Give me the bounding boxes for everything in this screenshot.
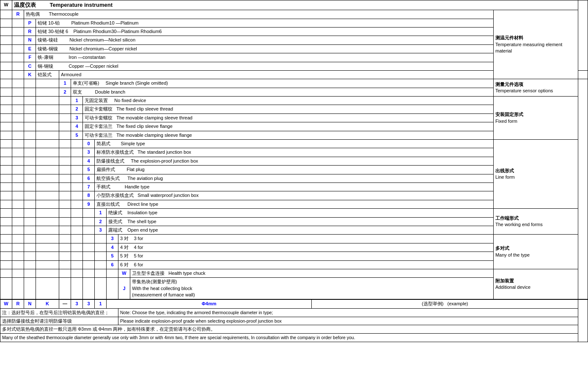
tc-row-n: 镍铬-镍硅 Nickel chromium—Nickel silicon bbox=[36, 36, 494, 44]
ex-dash: — bbox=[59, 299, 71, 308]
empty-cell bbox=[12, 53, 24, 62]
empty-cell bbox=[0, 140, 12, 148]
empty-cell bbox=[59, 217, 71, 226]
work-2: 2 bbox=[95, 217, 107, 226]
add-j: J bbox=[118, 278, 130, 300]
empty-cell bbox=[71, 278, 83, 300]
line-7: 7 bbox=[83, 183, 95, 191]
empty-cell bbox=[71, 269, 83, 277]
empty-cell bbox=[36, 191, 59, 200]
empty-cell bbox=[36, 166, 59, 174]
empty-cell bbox=[0, 27, 12, 36]
empty-cell bbox=[24, 260, 36, 269]
empty-cell bbox=[0, 36, 12, 44]
empty-cell bbox=[59, 278, 71, 300]
line-6: 6 bbox=[83, 174, 95, 182]
pair-6: 6 bbox=[107, 260, 118, 269]
empty-cell bbox=[59, 131, 71, 139]
tc-row-f: 铁-康铜 Iron —constantan bbox=[36, 53, 494, 62]
line-9: 9 bbox=[83, 200, 95, 208]
empty-cell bbox=[24, 166, 36, 174]
fixed-2: 2 bbox=[71, 105, 83, 113]
empty-cell bbox=[36, 235, 59, 243]
empty-cell bbox=[24, 278, 36, 300]
empty-cell bbox=[0, 252, 12, 260]
line-form-label: 出线形式 Line form bbox=[493, 140, 578, 209]
empty-cell bbox=[24, 235, 36, 243]
empty-cell bbox=[36, 209, 59, 217]
tc-code-p: P bbox=[24, 19, 36, 27]
empty-cell bbox=[107, 278, 118, 300]
empty-cell bbox=[0, 243, 12, 252]
empty-cell bbox=[95, 235, 107, 243]
work-3-label: 露端式 Open end type bbox=[107, 226, 494, 234]
pair-3-label: 3 对 3 for bbox=[118, 235, 494, 243]
tc-row-p: 铂铑 10-铂 Platinum Rhodium10 —Platinum bbox=[36, 19, 494, 27]
empty-cell bbox=[0, 70, 12, 79]
tc-code-e: E bbox=[24, 44, 36, 53]
fixed-4: 4 bbox=[71, 122, 83, 131]
fixed-2-label: 固定卡套螺纹 The fixed clip sleeve thread bbox=[83, 105, 494, 113]
empty-cell bbox=[0, 191, 12, 200]
empty-cell bbox=[12, 278, 24, 300]
pair-4: 4 bbox=[107, 243, 118, 252]
main-table: W 温度仪表 Temperature instrument R 热电偶 Ther… bbox=[0, 0, 588, 342]
pair-6-label: 6 对 6 for bbox=[118, 260, 494, 269]
empty-cell bbox=[71, 243, 83, 252]
empty-cell bbox=[0, 200, 12, 208]
tc-row-r: 铂铑 30-铂铑 6 Platinum Rhodium30—Platinum R… bbox=[36, 27, 494, 36]
empty-cell bbox=[36, 140, 59, 148]
notes-row-4: Many of the sheathed thermocouple diamet… bbox=[0, 333, 588, 342]
empty-cell bbox=[12, 148, 24, 157]
header-title: 温度仪表 Temperature instrument bbox=[12, 0, 578, 10]
empty-cell bbox=[36, 252, 59, 260]
empty-cell bbox=[12, 140, 24, 148]
empty-cell bbox=[12, 79, 24, 88]
pair-3: 3 bbox=[107, 235, 118, 243]
empty-cell bbox=[24, 113, 36, 122]
empty-cell bbox=[95, 243, 107, 252]
empty-cell bbox=[0, 44, 12, 53]
ex-1: 1 bbox=[95, 299, 107, 308]
line-0-label: 简易式 Simple type bbox=[95, 140, 494, 148]
empty-cell bbox=[59, 209, 71, 217]
line-3-label: 标准防水接线盒式 The standard junction box bbox=[95, 148, 494, 157]
empty-cell bbox=[36, 131, 59, 139]
empty-cell bbox=[24, 140, 36, 148]
empty-cell bbox=[24, 148, 36, 157]
empty-cell bbox=[24, 105, 36, 113]
empty-cell bbox=[12, 226, 24, 234]
line-9-label: 直接出线式 Direct line type bbox=[95, 200, 494, 208]
line-8: 8 bbox=[83, 191, 95, 200]
empty-cell bbox=[71, 226, 83, 234]
empty-cell bbox=[12, 122, 24, 131]
fixed-3-label: 可动卡套螺纹 The movable clamping sleeve threa… bbox=[83, 113, 494, 122]
empty-cell bbox=[107, 269, 118, 277]
empty-cell bbox=[36, 88, 59, 96]
pair-4-label: 4 对 4 for bbox=[118, 243, 494, 252]
empty-cell bbox=[24, 209, 36, 217]
pair-5-label: 5 对 5 for bbox=[118, 252, 494, 260]
empty-cell bbox=[59, 140, 71, 148]
tc-code-n: N bbox=[24, 36, 36, 44]
empty-cell bbox=[83, 278, 95, 300]
empty-cell bbox=[0, 209, 12, 217]
empty-cell bbox=[83, 209, 95, 217]
empty-cell bbox=[0, 166, 12, 174]
empty-cell bbox=[12, 243, 24, 252]
empty-cell bbox=[12, 97, 24, 105]
empty-cell bbox=[83, 252, 95, 260]
r-label: R bbox=[12, 10, 24, 19]
branch-1-label: 单支(可省略) Single branch (Single omitted) bbox=[71, 79, 494, 88]
empty-cell bbox=[12, 217, 24, 226]
empty-cell bbox=[12, 200, 24, 208]
empty-cell bbox=[36, 148, 59, 157]
empty-cell bbox=[0, 217, 12, 226]
empty-cell bbox=[36, 243, 59, 252]
empty-cell bbox=[24, 131, 36, 139]
work-3: 3 bbox=[95, 226, 107, 234]
empty-cell bbox=[12, 70, 24, 79]
empty-cell bbox=[24, 269, 36, 277]
empty-cell bbox=[59, 260, 71, 269]
empty-cell bbox=[0, 79, 12, 88]
